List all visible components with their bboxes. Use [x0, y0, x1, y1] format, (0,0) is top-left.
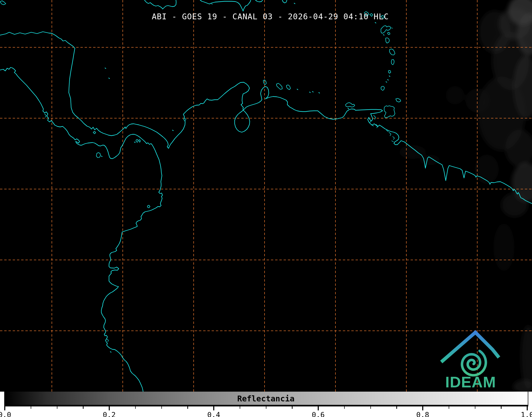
- colorbar-minor-tick: [266, 406, 267, 409]
- colorbar-minor-tick: [31, 406, 31, 409]
- colorbar-minor-tick: [344, 406, 345, 409]
- colorbar-minor-tick: [292, 406, 293, 409]
- colorbar-major-tick: [318, 406, 319, 410]
- logo-wordmark: IDEAM: [445, 373, 496, 391]
- colorbar-tick-label: 0.6: [312, 411, 325, 417]
- colorbar-major-tick: [527, 406, 528, 410]
- satellite-image-viewport: ABI - GOES 19 - CANAL 03 - 2026-04-29 04…: [0, 0, 532, 417]
- colorbar-minor-tick: [449, 406, 449, 409]
- colorbar-major-tick: [109, 406, 110, 410]
- colorbar-minor-tick: [135, 406, 136, 409]
- logo-hurricane-spiral-icon: [462, 351, 486, 375]
- colorbar-tick-label: 1.0: [521, 411, 532, 417]
- colorbar-tick-label: 0.8: [416, 411, 429, 417]
- ideam-logo: IDEAM: [434, 328, 508, 394]
- colorbar-major-tick: [422, 406, 423, 410]
- colorbar-major-tick: [213, 406, 214, 410]
- colorbar-minor-tick: [475, 406, 476, 409]
- colorbar-area: Reflectancia 0.00.20.40.60.81.0: [0, 392, 532, 417]
- colorbar-major-tick: [4, 406, 5, 410]
- colorbar-minor-tick: [396, 406, 397, 409]
- image-title: ABI - GOES 19 - CANAL 03 - 2026-04-29 04…: [152, 12, 389, 21]
- colorbar-minor-tick: [83, 406, 84, 409]
- colorbar-minor-tick: [187, 406, 188, 409]
- colorbar-minor-tick: [240, 406, 240, 409]
- logo-mountain-roof: [441, 332, 499, 362]
- colorbar-minor-tick: [370, 406, 371, 409]
- colorbar-tick-label: 0.0: [0, 411, 11, 417]
- colorbar-tick-label: 0.2: [103, 411, 116, 417]
- colorbar-minor-tick: [501, 406, 502, 409]
- colorbar-minor-tick: [161, 406, 162, 409]
- colorbar-minor-tick: [57, 406, 58, 409]
- colorbar-label: Reflectancia: [237, 394, 295, 403]
- colorbar-tick-label: 0.4: [207, 411, 220, 417]
